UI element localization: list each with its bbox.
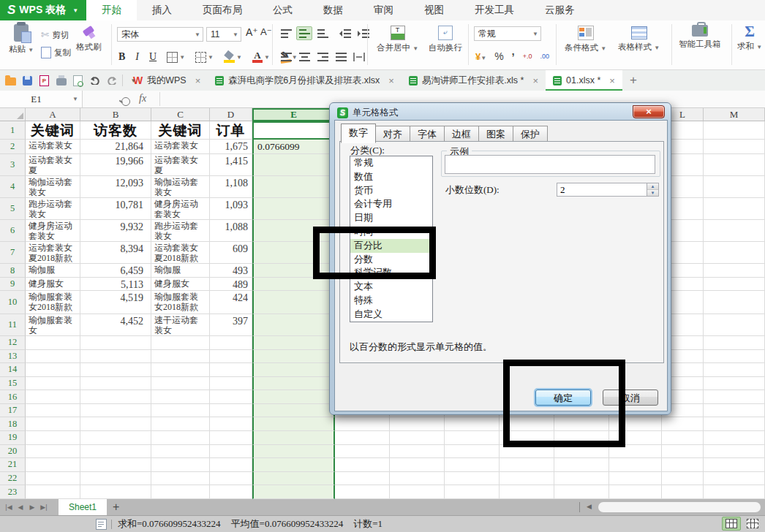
cell-I23[interactable]: [500, 485, 554, 499]
column-header-A[interactable]: A: [26, 108, 80, 121]
cell-A7[interactable]: 运动套装女夏2018新款: [26, 242, 80, 264]
cell-C16[interactable]: [151, 390, 210, 404]
cell-C10[interactable]: 瑜伽服套装女2018新款: [151, 291, 210, 314]
cell-D21[interactable]: [210, 458, 252, 472]
cell-E22[interactable]: [252, 472, 335, 486]
cell-A1[interactable]: 关键词: [26, 121, 80, 140]
cell-A8[interactable]: 瑜伽服: [26, 264, 80, 278]
cell-D16[interactable]: [210, 390, 252, 404]
cell-G18[interactable]: [390, 417, 445, 431]
cell-D17[interactable]: [210, 404, 252, 418]
dialog-category-2[interactable]: 货币: [350, 184, 432, 198]
cell-G21[interactable]: [390, 458, 445, 472]
cell-F20[interactable]: [335, 445, 390, 459]
row-header-8[interactable]: 8: [0, 264, 26, 278]
doc-tab-1[interactable]: 森湃电商学院6月份排课及排班表.xlsx×: [208, 70, 402, 91]
cell-L19[interactable]: [662, 431, 704, 445]
currency-format-button[interactable]: ¥▼: [475, 50, 486, 63]
export-pdf-button[interactable]: P: [38, 75, 50, 87]
cell-A19[interactable]: [26, 431, 80, 445]
cell-F19[interactable]: [335, 431, 390, 445]
cell-C4[interactable]: 瑜伽运动套装女: [151, 176, 210, 198]
cell-C6[interactable]: 跑步运动套装女: [151, 220, 210, 242]
cell-H20[interactable]: [445, 445, 500, 459]
cell-G22[interactable]: [390, 472, 445, 486]
menu-tab-4[interactable]: 数据: [308, 0, 358, 20]
dialog-category-4[interactable]: 日期: [350, 211, 432, 225]
cell-F21[interactable]: [335, 458, 390, 472]
menu-tab-1[interactable]: 插入: [137, 0, 187, 20]
cell-E2[interactable]: 0.0766099: [252, 140, 335, 154]
cell-A18[interactable]: [26, 417, 80, 431]
draw-border-select[interactable]: ▼: [195, 52, 214, 63]
new-document-tab-button[interactable]: +: [630, 73, 637, 88]
copy-button[interactable]: 复制: [41, 47, 71, 58]
row-header-17[interactable]: 17: [0, 404, 26, 418]
cell-K21[interactable]: [609, 458, 662, 472]
decimal-places-stepper[interactable]: 2 ▲ ▼: [557, 183, 659, 197]
cut-button[interactable]: ✄ 剪切: [41, 28, 69, 41]
align-center-button[interactable]: [296, 50, 312, 64]
spin-down-icon[interactable]: ▼: [647, 190, 658, 196]
cell-M7[interactable]: [704, 242, 765, 264]
doc-tab-2[interactable]: 易淘讲师工作安排表.xls *×: [402, 70, 546, 91]
bold-button[interactable]: B: [118, 51, 125, 63]
row-header-23[interactable]: 23: [0, 485, 26, 499]
dialog-category-11[interactable]: 自定义: [350, 308, 432, 322]
fill-color-select[interactable]: ▼: [224, 52, 242, 63]
format-painter-button[interactable]: 格式刷: [76, 26, 102, 53]
cell-M14[interactable]: [704, 363, 765, 377]
dialog-tab-0[interactable]: 数字: [341, 123, 376, 143]
menu-tab-2[interactable]: 页面布局: [187, 0, 257, 20]
cell-B21[interactable]: [80, 458, 151, 472]
wps-brand[interactable]: S WPS 表格 ▼: [0, 0, 86, 20]
cell-C1[interactable]: 关键词: [151, 121, 210, 140]
cell-A9[interactable]: 健身服女: [26, 278, 80, 291]
column-header-C[interactable]: C: [151, 108, 210, 121]
cell-D14[interactable]: [210, 363, 252, 377]
cell-G20[interactable]: [390, 445, 445, 459]
cell-M6[interactable]: [704, 220, 765, 242]
cell-M9[interactable]: [704, 278, 765, 291]
cell-A23[interactable]: [26, 485, 80, 499]
cell-A22[interactable]: [26, 472, 80, 486]
cell-D22[interactable]: [210, 472, 252, 486]
shrink-font-button[interactable]: A⁻: [260, 26, 272, 37]
horizontal-scrollbar[interactable]: [598, 502, 761, 512]
cell-B18[interactable]: [80, 417, 151, 431]
align-left-button[interactable]: [278, 50, 294, 64]
menu-tab-0[interactable]: 开始: [86, 0, 137, 20]
cell-M3[interactable]: [704, 154, 765, 176]
sheet-tab-sheet1[interactable]: Sheet1: [59, 499, 107, 515]
cell-H21[interactable]: [445, 458, 500, 472]
cell-D3[interactable]: 1,415: [210, 154, 252, 176]
cell-M19[interactable]: [704, 431, 765, 445]
underline-button[interactable]: U: [149, 51, 157, 63]
align-right-button[interactable]: [314, 50, 331, 64]
cell-B8[interactable]: 6,459: [80, 264, 151, 278]
cell-D5[interactable]: 1,093: [210, 198, 252, 220]
menu-tab-6[interactable]: 视图: [409, 0, 459, 20]
cell-E20[interactable]: [252, 445, 335, 459]
cell-A4[interactable]: 瑜伽运动套装女: [26, 176, 80, 198]
cell-M8[interactable]: [704, 264, 765, 278]
grow-font-button[interactable]: A⁺: [246, 26, 258, 38]
cell-B4[interactable]: 12,093: [80, 176, 151, 198]
justify-button[interactable]: [333, 50, 349, 64]
cell-D8[interactable]: 493: [210, 264, 252, 278]
cell-M23[interactable]: [704, 485, 765, 499]
cell-J21[interactable]: [554, 458, 609, 472]
cell-A20[interactable]: [26, 445, 80, 459]
row-header-21[interactable]: 21: [0, 458, 26, 472]
cell-F23[interactable]: [335, 485, 390, 499]
row-header-4[interactable]: 4: [0, 176, 26, 198]
cell-C11[interactable]: 速干运动套装女: [151, 314, 210, 336]
cell-B7[interactable]: 8,394: [80, 242, 151, 264]
cell-A2[interactable]: 运动套装女: [26, 140, 80, 154]
prev-sheet-icon[interactable]: ◀: [16, 503, 25, 511]
cell-A13[interactable]: [26, 350, 80, 364]
row-header-14[interactable]: 14: [0, 363, 26, 377]
merge-center-button[interactable]: T 合并居中 ▼: [377, 26, 418, 53]
cell-G23[interactable]: [390, 485, 445, 499]
cell-E23[interactable]: [252, 485, 335, 499]
